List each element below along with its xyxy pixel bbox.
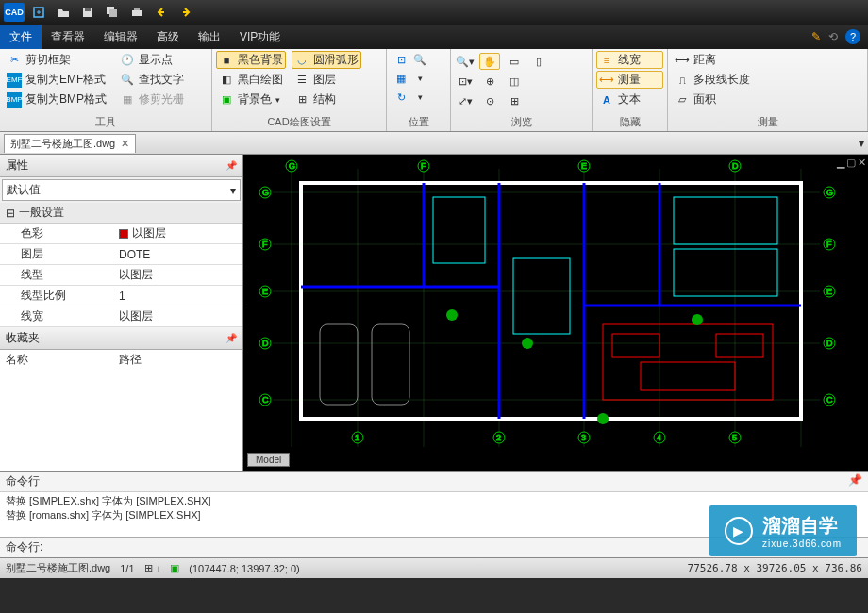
v4-icon: ▯ — [531, 54, 546, 69]
pin-icon[interactable]: 📌 — [848, 473, 862, 489]
pin-icon[interactable]: 📌 — [225, 160, 237, 171]
tab-dropdown-icon[interactable]: ▾ — [859, 137, 864, 150]
prop-row-lineweight[interactable]: 线宽以图层 — [0, 306, 242, 327]
bw-draw-button[interactable]: ◧黑白绘图 — [216, 71, 286, 89]
menu-editor[interactable]: 编辑器 — [94, 25, 147, 49]
menu-file[interactable]: 文件 — [0, 25, 42, 49]
svg-point-37 — [446, 309, 458, 321]
refresh-icon[interactable]: ⟲ — [828, 30, 838, 43]
redo-icon[interactable] — [175, 3, 196, 22]
clock-icon: 🕐 — [120, 53, 135, 68]
document-tab[interactable]: 别墅二号楼施工图.dwg ✕ — [4, 134, 136, 153]
svg-text:E: E — [826, 287, 832, 296]
close-tab-icon[interactable]: ✕ — [121, 138, 129, 150]
snap-icon[interactable]: ⊞ — [144, 562, 153, 574]
lineweight-button[interactable]: ≡线宽 — [596, 51, 663, 69]
pan-button[interactable]: ✋ — [479, 53, 500, 70]
lw-icon: ≡ — [599, 53, 614, 68]
favorites-list: 名称路径 — [0, 350, 242, 471]
help-icon[interactable]: ? — [845, 29, 860, 44]
pin-icon[interactable]: 📌 — [225, 333, 237, 343]
ribbon-group-browse-label: 浏览 — [455, 113, 588, 131]
layers-button[interactable]: ☰图层 — [292, 71, 361, 89]
view4-button[interactable]: ▯ — [528, 53, 549, 70]
v3-icon: ⊞ — [507, 93, 522, 108]
orbit-icon: ⊕ — [482, 74, 497, 89]
svg-rect-29 — [716, 334, 763, 357]
view1-button[interactable]: ▭ — [504, 53, 525, 70]
area-icon: ▱ — [675, 92, 690, 108]
prop-row-color[interactable]: 色彩以图层 — [0, 224, 242, 244]
svg-point-39 — [597, 413, 609, 424]
copy-emf-button[interactable]: EMF复制为EMF格式 — [4, 71, 109, 89]
bg-color-button[interactable]: ▣背景色▾ — [216, 91, 286, 108]
svg-text:E: E — [262, 287, 268, 296]
canvas-min-icon[interactable]: ▁ — [837, 157, 844, 169]
black-bg-button[interactable]: ■黑色背景 — [216, 51, 286, 69]
menu-output[interactable]: 输出 — [189, 25, 230, 49]
measure-button[interactable]: ⟷测量 — [596, 71, 663, 89]
new-icon[interactable] — [28, 3, 49, 22]
crop-frame-button[interactable]: ✂剪切框架 — [4, 51, 109, 69]
copy-bmp-button[interactable]: BMP复制为BMP格式 — [4, 91, 109, 108]
structure-button[interactable]: ⊞结构 — [292, 91, 361, 108]
ribbon-group-cad-label: CAD绘图设置 — [216, 113, 382, 131]
app-icon: CAD — [4, 3, 25, 22]
smooth-arc-button[interactable]: ◡圆滑弧形 — [292, 51, 361, 69]
bg-black-icon: ■ — [219, 53, 234, 68]
v2-icon: ◫ — [507, 74, 522, 89]
nav-button[interactable]: ⊙ — [479, 92, 500, 109]
svg-text:F: F — [262, 240, 268, 249]
menu-advanced[interactable]: 高级 — [147, 25, 189, 49]
svg-text:F: F — [421, 161, 426, 171]
menu-bar: 文件 查看器 编辑器 高级 输出 VIP功能 ✎ ⟲ ? — [0, 25, 868, 49]
play-icon: ▶ — [725, 517, 753, 545]
zoom-fit-button[interactable]: ⊡▾ — [455, 73, 476, 90]
drawing-canvas[interactable]: ▁ ▢ ✕ — [243, 155, 868, 471]
svg-rect-31 — [433, 197, 485, 263]
distance-button[interactable]: ⟷距离 — [672, 51, 863, 69]
zoom-ext-button[interactable]: ⤢▾ — [455, 92, 476, 109]
open-icon[interactable] — [53, 3, 74, 22]
pos-1-button[interactable]: ⊡🔍 — [391, 51, 446, 68]
menu-viewer[interactable]: 查看器 — [42, 25, 94, 49]
prop-row-linetype[interactable]: 线型以图层 — [0, 265, 242, 286]
view3-button[interactable]: ⊞ — [504, 92, 525, 109]
polyline-button[interactable]: ⎍多段线长度 — [672, 71, 863, 89]
zoom-in-button[interactable]: 🔍▾ — [455, 53, 476, 70]
text-button[interactable]: A文本 — [596, 91, 663, 108]
floorplan-svg: G F E D G F E D C G F E D C 1 2 3 4 5 — [243, 155, 868, 471]
find-text-button[interactable]: 🔍查找文字 — [117, 71, 187, 89]
title-bar: CAD — [0, 0, 868, 25]
status-coords: (107447.8; 13997.32; 0) — [189, 563, 299, 574]
menu-vip[interactable]: VIP功能 — [230, 25, 290, 49]
default-value-dropdown[interactable]: 默认值▾ — [2, 179, 241, 201]
pen-icon[interactable]: ✎ — [811, 30, 821, 43]
prop-section-general[interactable]: ⊟一般设置 — [0, 203, 242, 224]
prop-row-ltscale[interactable]: 线型比例1 — [0, 286, 242, 306]
canvas-close-icon[interactable]: ✕ — [858, 157, 866, 169]
arc-icon: ◡ — [294, 53, 309, 68]
view2-button[interactable]: ◫ — [504, 73, 525, 90]
osnap-icon[interactable]: ▣ — [170, 562, 179, 574]
print-icon[interactable] — [126, 3, 147, 22]
pos-2-button[interactable]: ▦▾ — [391, 70, 446, 87]
canvas-max-icon[interactable]: ▢ — [846, 157, 856, 169]
save-icon[interactable] — [77, 3, 98, 22]
pos-3-button[interactable]: ↻▾ — [391, 89, 446, 106]
status-toggles[interactable]: ⊞ ∟ ▣ — [144, 562, 180, 574]
trim-raster-button[interactable]: ▦修剪光栅 — [117, 91, 187, 108]
model-tab[interactable]: Model — [247, 453, 290, 467]
layers-icon: ☰ — [294, 73, 309, 88]
undo-icon[interactable] — [151, 3, 172, 22]
canvas-tools: ▁ ▢ ✕ — [837, 157, 866, 169]
area-button[interactable]: ▱面积 — [672, 91, 863, 108]
saveall-icon[interactable] — [102, 3, 123, 22]
ortho-icon[interactable]: ∟ — [157, 563, 167, 574]
svg-text:4: 4 — [657, 433, 661, 442]
svg-rect-20 — [301, 183, 801, 419]
prop-row-layer[interactable]: 图层DOTE — [0, 244, 242, 265]
orbit-button[interactable]: ⊕ — [479, 73, 500, 90]
show-point-button[interactable]: 🕐显示点 — [117, 51, 187, 69]
svg-text:G: G — [826, 188, 833, 197]
